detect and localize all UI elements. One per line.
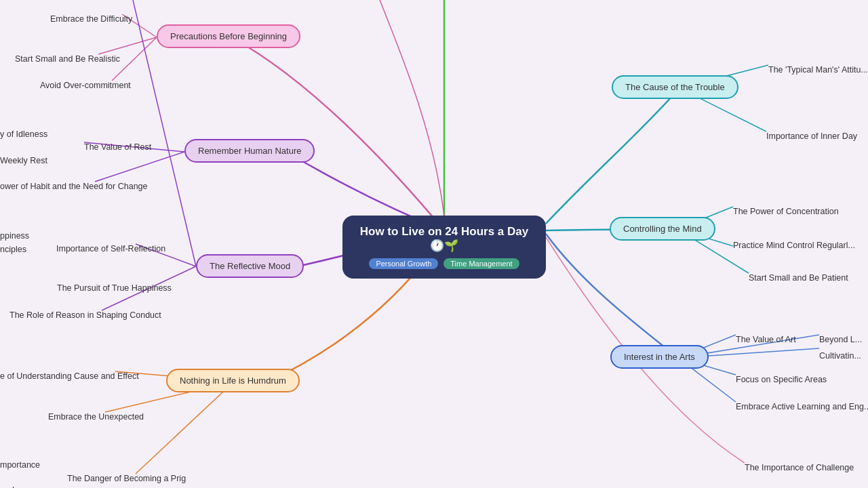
leaf-embrace-difficulty: Embrace the Difficulty: [50, 14, 132, 24]
bubble-nothing[interactable]: Nothing in Life is Humdrum: [166, 369, 300, 392]
center-node[interactable]: How to Live on 24 Hours a Day 🕐🌱 Persona…: [342, 216, 546, 279]
leaf-importance: mportance: [0, 460, 40, 470]
leaf-avoid-overcommitment: Avoid Over-commitment: [40, 81, 131, 90]
leaf-idleness: y of Idleness: [0, 129, 47, 139]
leaf-importance-inner: Importance of Inner Day: [766, 131, 857, 141]
bubble-precautions[interactable]: Precautions Before Beginning: [157, 24, 300, 48]
leaf-role-reason: The Role of Reason in Shaping Conduct: [9, 310, 161, 320]
bubble-interest[interactable]: Interest in the Arts: [610, 345, 709, 369]
leaf-happiness: ppiness: [0, 231, 29, 241]
leaf-value-art: The Value of Art: [736, 335, 796, 344]
leaf-danger-prig: The Danger of Becoming a Prig: [67, 474, 186, 483]
bubble-reflective[interactable]: The Reflective Mood: [196, 254, 304, 278]
leaf-goodness: oodness: [0, 485, 32, 488]
leaf-practice-mind: Practice Mind Control Regularl...: [733, 241, 855, 250]
leaf-cause-effect: e of Understanding Cause and Effect: [0, 371, 139, 381]
leaf-focus-specific: Focus on Specific Areas: [736, 375, 827, 384]
leaf-power-concentration: The Power of Concentration: [733, 207, 839, 216]
leaf-start-patient: Start Small and Be Patient: [749, 273, 848, 283]
leaf-typical-man: The 'Typical Man's' Attitu...: [768, 65, 868, 75]
svg-line-21: [136, 382, 234, 474]
leaf-value-rest: The Value of Rest: [84, 142, 151, 152]
leaf-importance-challenge: The Importance of Challenge: [745, 463, 854, 472]
leaf-embrace-unexpected: Embrace the Unexpected: [48, 412, 144, 422]
leaf-power-habit: ower of Habit and the Need for Change: [0, 182, 148, 191]
mindmap-container: Embrace the Difficulty Start Small and B…: [0, 0, 868, 488]
leaf-cultivating: Cultivatin...: [819, 351, 861, 361]
leaf-pursuit-happiness: The Pursuit of True Happiness: [57, 283, 172, 293]
center-title: How to Live on 24 Hours a Day 🕐🌱: [359, 225, 530, 253]
leaf-weekly-rest: Weekly Rest: [0, 156, 47, 165]
leaf-beyond: Beyond L...: [819, 335, 862, 344]
svg-line-5: [95, 152, 184, 182]
svg-line-2: [98, 37, 157, 54]
center-tags: Personal Growth Time Management: [359, 258, 530, 269]
tag-time-management[interactable]: Time Management: [443, 258, 519, 269]
leaf-embrace-active: Embrace Active Learning and Eng...: [736, 402, 868, 411]
leaf-self-reflection: Importance of Self-Reflection: [56, 244, 165, 253]
bubble-remember[interactable]: Remember Human Nature: [184, 139, 315, 163]
bubble-cause[interactable]: The Cause of the Trouble: [612, 75, 738, 99]
bubble-controlling[interactable]: Controlling the Mind: [610, 217, 715, 241]
tag-personal-growth[interactable]: Personal Growth: [369, 258, 438, 269]
leaf-start-small-realistic: Start Small and Be Realistic: [15, 54, 120, 64]
leaf-principles: nciples: [0, 245, 26, 254]
